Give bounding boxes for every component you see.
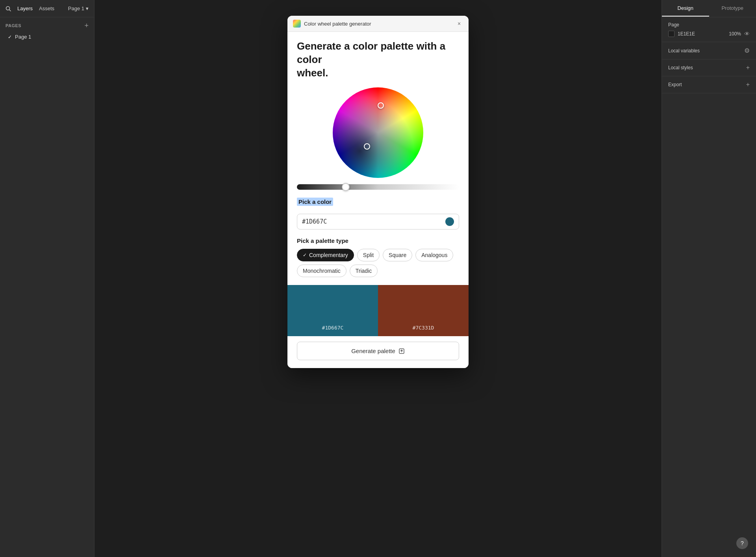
plugin-icon — [293, 20, 301, 28]
color-wheel-dark-overlay — [333, 87, 423, 178]
page-selector[interactable]: Page 1 ▾ — [68, 6, 89, 11]
top-bar: Layers Assets Page 1 ▾ — [0, 0, 94, 17]
color-wheel-conic — [333, 87, 423, 178]
pages-header: Pages + — [6, 22, 89, 29]
brightness-slider-container — [297, 184, 459, 190]
palette-btn-split[interactable]: Split — [357, 249, 380, 261]
local-variables-header[interactable]: Local variables ⚙ — [668, 47, 750, 54]
export-label: Export — [668, 82, 682, 87]
local-variables-settings-icon[interactable]: ⚙ — [744, 47, 750, 54]
page-opacity[interactable]: 100% — [729, 31, 741, 37]
color-wheel-wrapper[interactable] — [333, 87, 423, 178]
pages-section: Pages + ✓ Page 1 — [0, 17, 94, 46]
help-button[interactable]: ? — [736, 537, 748, 549]
export-header[interactable]: Export + — [668, 81, 750, 88]
export-section: Export + — [662, 76, 756, 93]
color-swatches-row: #1D667C #7C331D — [287, 285, 469, 336]
eye-icon[interactable]: 👁 — [744, 31, 750, 37]
page-color-swatch[interactable] — [668, 31, 674, 37]
brightness-slider-thumb[interactable] — [342, 183, 350, 191]
local-styles-add-icon[interactable]: + — [746, 64, 750, 71]
local-variables-section: Local variables ⚙ — [662, 42, 756, 59]
color-wheel-dot-bottom[interactable] — [364, 143, 370, 150]
color-hex-input[interactable] — [302, 218, 442, 225]
dialog-heading: Generate a color palette with a color wh… — [297, 40, 459, 80]
color-input-row[interactable] — [297, 214, 459, 229]
layers-tab[interactable]: Layers — [17, 6, 33, 11]
swatch-primary: #1D667C — [287, 285, 378, 336]
export-add-icon[interactable]: + — [746, 81, 750, 88]
page-section-label: Page — [668, 22, 679, 28]
dialog-title: Color wheel palette generator — [304, 21, 452, 27]
search-icon[interactable] — [6, 6, 11, 11]
generate-palette-button[interactable]: Generate palette — [297, 342, 459, 360]
dialog-titlebar: Color wheel palette generator × — [287, 16, 469, 32]
export-icon — [398, 348, 405, 354]
tab-prototype[interactable]: Prototype — [709, 0, 756, 17]
palette-type-label: Pick a palette type — [297, 237, 459, 244]
local-styles-label: Local styles — [668, 65, 693, 70]
palette-buttons: ✓ Complementary Split Square Analogous M… — [297, 249, 459, 277]
generate-section: Generate palette — [287, 336, 469, 368]
add-page-button[interactable]: + — [84, 22, 89, 29]
page-color-hex[interactable]: 1E1E1E — [678, 31, 695, 37]
check-icon: ✓ — [303, 252, 307, 258]
local-styles-section: Local styles + — [662, 59, 756, 76]
palette-btn-complementary[interactable]: ✓ Complementary — [297, 249, 354, 261]
page-item-label: Page 1 — [15, 34, 31, 40]
plugin-dialog: Color wheel palette generator × Generate… — [287, 16, 469, 368]
assets-tab[interactable]: Assets — [39, 6, 54, 11]
page-item-page1[interactable]: ✓ Page 1 — [6, 32, 89, 41]
main-area: Color wheel palette generator × Generate… — [94, 0, 662, 557]
right-top-tabs: Design Prototype — [662, 0, 756, 17]
brightness-slider-track[interactable] — [297, 184, 459, 190]
local-variables-label: Local variables — [668, 48, 700, 54]
dialog-body: Generate a color palette with a color wh… — [287, 32, 469, 285]
palette-btn-analogous[interactable]: Analogous — [415, 249, 453, 261]
swatch-secondary: #7C331D — [378, 285, 469, 336]
page-color-row: 1E1E1E 100% 👁 — [668, 31, 750, 37]
page-section: Page 1E1E1E 100% 👁 — [662, 17, 756, 42]
pick-color-label: Pick a color — [297, 198, 333, 206]
color-preview-swatch — [445, 217, 454, 226]
palette-btn-monochromatic[interactable]: Monochromatic — [297, 265, 346, 277]
pages-label: Pages — [6, 23, 21, 28]
palette-btn-triadic[interactable]: Triadic — [350, 265, 378, 277]
left-sidebar: Layers Assets Page 1 ▾ Pages + ✓ Page 1 — [0, 0, 94, 557]
svg-line-1 — [9, 9, 11, 11]
color-wheel-dot-top[interactable] — [378, 102, 384, 109]
tab-design[interactable]: Design — [662, 0, 709, 17]
page-section-header: Page — [668, 22, 750, 28]
right-sidebar: Design Prototype Page 1E1E1E 100% 👁 Loca… — [662, 0, 756, 557]
dialog-close-button[interactable]: × — [455, 20, 463, 28]
color-wheel-container — [297, 87, 459, 178]
page-active-check: ✓ — [8, 34, 12, 40]
local-styles-header[interactable]: Local styles + — [668, 64, 750, 71]
palette-btn-square[interactable]: Square — [383, 249, 412, 261]
